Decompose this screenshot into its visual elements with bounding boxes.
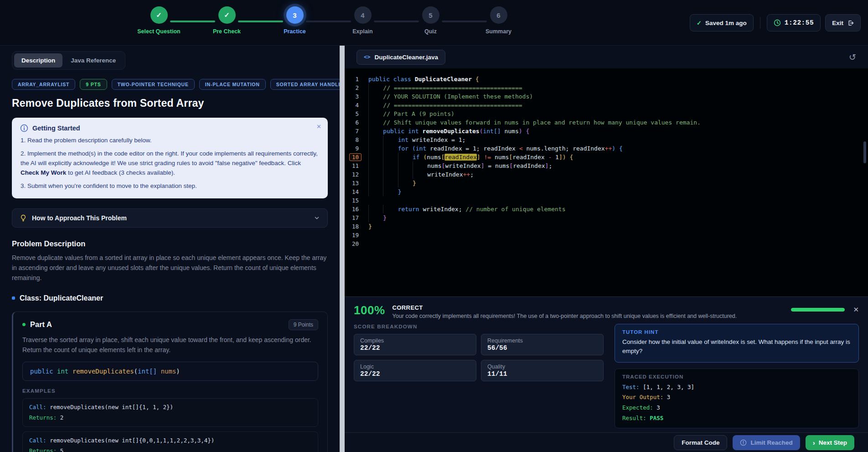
- editor-toolbar: <> DuplicateCleaner.java ↺: [345, 46, 868, 68]
- line-number: 20: [345, 239, 368, 248]
- topic-badges: ARRAY_ARRAYLIST9 PTSTWO-POINTER TECHNIQU…: [12, 79, 328, 90]
- line-number: 6: [345, 118, 368, 127]
- tab-java-reference[interactable]: Java Reference: [63, 53, 123, 68]
- topic-badge: 9 PTS: [80, 79, 107, 90]
- step-label: Practice: [284, 28, 306, 35]
- points-badge: 9 Points: [289, 319, 318, 330]
- code-line: 19: [345, 231, 868, 239]
- feedback-header: 100% CORRECT Your code correctly impleme…: [354, 304, 859, 319]
- chevron-right-icon: ›: [813, 439, 815, 447]
- save-status-badge: ✓ Saved 1m ago: [690, 14, 754, 31]
- code-line: 5 // Part A (9 points): [345, 109, 868, 118]
- code-line: 20: [345, 239, 868, 248]
- method-signature: public int removeDuplicates(int[] nums): [22, 362, 318, 381]
- topic-badge: TWO-POINTER TECHNIQUE: [112, 79, 195, 90]
- score-card-quality: Quality11/11: [481, 360, 604, 381]
- traced-execution-rows: Test: [1, 1, 2, 3, 3]Your Output: 3Expec…: [622, 384, 851, 423]
- score-card-requirements: Requirements56/56: [481, 334, 604, 355]
- getting-started-steps: 1. Read the problem description carefull…: [20, 136, 320, 191]
- code-icon: <>: [364, 54, 370, 60]
- line-number: 8: [345, 135, 368, 144]
- check-icon: ✓: [218, 6, 236, 24]
- line-number: 7: [345, 127, 368, 135]
- score-card-label: Requirements: [487, 338, 597, 344]
- feedback-side: TUTOR HINT Consider how the initial valu…: [615, 324, 859, 428]
- close-icon[interactable]: ✕: [316, 123, 321, 130]
- score-card-label: Quality: [487, 364, 597, 370]
- code-line: 3 // YOUR SOLUTION (Implement these meth…: [345, 92, 868, 101]
- top-bar: ✓Select Question✓Pre Check3Practice4Expl…: [0, 0, 868, 46]
- getting-started-step: 2. Implement the method(s) in the code e…: [20, 149, 320, 178]
- pane-resizer[interactable]: [340, 46, 345, 452]
- line-number: 16: [345, 205, 368, 213]
- timer-value: 1:22:55: [785, 19, 814, 26]
- step-label: Explain: [352, 28, 372, 35]
- verdict-description: Your code correctly implements all requi…: [393, 313, 737, 319]
- clock-icon: [774, 19, 781, 26]
- tab-description[interactable]: Description: [14, 53, 62, 68]
- reset-icon[interactable]: ↺: [849, 52, 856, 62]
- code-line: 8 int writeIndex = 1;: [345, 135, 868, 144]
- tutor-hint-text: Consider how the initial value of writeI…: [622, 338, 851, 356]
- traced-execution-card: TRACED EXECUTION Test: [1, 1, 2, 3, 3]Yo…: [615, 369, 859, 429]
- line-number: 2: [345, 83, 368, 92]
- getting-started-callout: Getting Started ✕ 1. Read the problem de…: [12, 118, 328, 198]
- editor-panel: <> DuplicateCleaner.java ↺ 1public class…: [345, 46, 868, 452]
- part-a-header: Part A 9 Points: [22, 319, 318, 330]
- info-icon: [20, 124, 28, 132]
- step-number: 3: [286, 6, 304, 24]
- header-controls: ✓ Saved 1m ago 1:22:55 Exit: [690, 14, 861, 31]
- topic-badge: ARRAY_ARRAYLIST: [12, 79, 75, 90]
- editor-scrollbar[interactable]: [863, 141, 866, 163]
- exit-button[interactable]: Exit: [825, 14, 861, 31]
- code-line: 4 // ===================================…: [345, 101, 868, 109]
- close-icon[interactable]: ✕: [853, 306, 859, 314]
- next-step-button[interactable]: › Next Step: [806, 435, 854, 450]
- tutor-hint-label: TUTOR HINT: [622, 329, 851, 335]
- verdict-label: CORRECT: [393, 304, 737, 311]
- format-code-button[interactable]: Format Code: [674, 435, 727, 450]
- example-item: Call: removeDuplicates(new int[]{0,0,1,1…: [22, 431, 318, 452]
- class-heading: Class: DuplicateCleaner: [12, 294, 328, 302]
- line-number: 9: [345, 144, 368, 153]
- save-status-text: Saved 1m ago: [705, 20, 747, 26]
- progress-stepper: ✓Select Question✓Pre Check3Practice4Expl…: [125, 6, 535, 38]
- line-number: 18: [345, 222, 368, 231]
- step-summary[interactable]: 6Summary: [465, 6, 532, 35]
- example-item: Call: removeDuplicates(new int[]{1, 1, 2…: [22, 398, 318, 427]
- problem-description-heading: Problem Description: [12, 239, 328, 248]
- problem-description-body: Remove duplicate values from a sorted in…: [12, 253, 328, 283]
- bullet-icon: [12, 296, 15, 300]
- header-divider: [760, 17, 760, 29]
- score-breakdown-grid: Compiles22/22Requirements56/56Logic22/22…: [354, 334, 604, 381]
- score-card-value: 22/22: [360, 344, 470, 352]
- line-number: 3: [345, 92, 368, 101]
- line-number: 14: [345, 187, 368, 196]
- score-card-label: Logic: [360, 364, 470, 370]
- step-number: 4: [354, 6, 372, 24]
- score-card-value: 11/11: [487, 370, 597, 378]
- alert-circle-icon: [740, 439, 747, 446]
- code-line: 18}: [345, 222, 868, 231]
- score-breakdown-label: SCORE BREAKDOWN: [354, 324, 604, 329]
- code-line: 16 return writeIndex; // number of uniqu…: [345, 205, 868, 213]
- feedback-summary: CORRECT Your code correctly implements a…: [393, 304, 737, 319]
- getting-started-header: Getting Started: [20, 124, 320, 132]
- score-percent: 100%: [354, 304, 385, 316]
- check-icon: ✓: [697, 20, 702, 26]
- code-line: 11 nums[writeIndex] = nums[readIndex];: [345, 161, 868, 170]
- limit-reached-button[interactable]: Limit Reached: [733, 435, 800, 450]
- code-editor[interactable]: 1public class DuplicateCleaner {2 // ===…: [345, 68, 868, 296]
- part-a-title: Part A: [30, 320, 52, 329]
- topic-badge: SORTED ARRAY HANDLING: [270, 79, 340, 90]
- next-step-label: Next Step: [819, 439, 847, 446]
- part-a-card: Part A 9 Points Traverse the sorted arra…: [12, 312, 328, 452]
- line-number: 15: [345, 196, 368, 205]
- trace-row: Your Output: 3: [622, 394, 851, 401]
- class-heading-text: Class: DuplicateCleaner: [20, 294, 103, 302]
- editor-file-tab[interactable]: <> DuplicateCleaner.java: [356, 50, 445, 65]
- file-tab-label: DuplicateCleaner.java: [374, 54, 438, 61]
- traced-execution-label: TRACED EXECUTION: [622, 374, 851, 379]
- approach-accordion[interactable]: How to Approach This Problem: [12, 208, 328, 228]
- tutor-hint-card: TUTOR HINT Consider how the initial valu…: [615, 324, 859, 363]
